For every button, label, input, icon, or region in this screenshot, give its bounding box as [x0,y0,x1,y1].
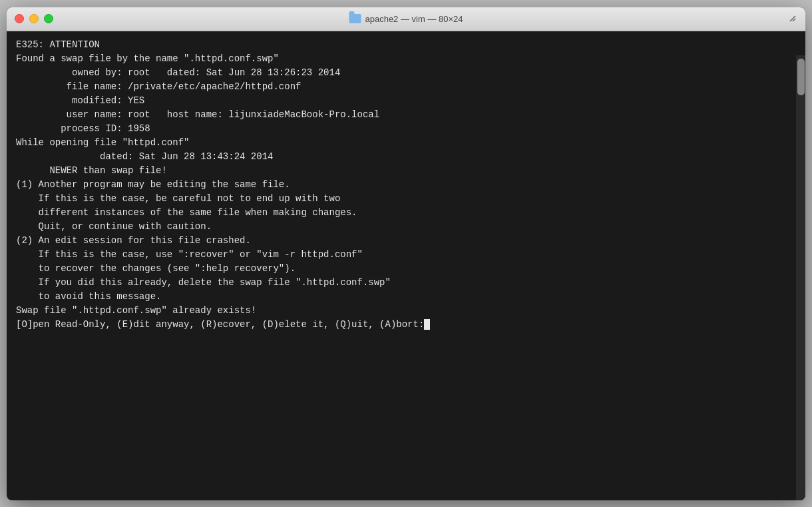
resize-icon[interactable] [788,14,797,23]
terminal-line: to avoid this message. [16,290,792,304]
terminal-line: file name: /private/etc/apache2/httpd.co… [16,80,792,94]
terminal-line: If this is the case, use ":recover" or "… [16,248,792,262]
terminal-line: Quit, or continue with caution. [16,220,792,234]
terminal-line: different instances of the same file whe… [16,206,792,220]
terminal-line: to recover the changes (see ":help recov… [16,262,792,276]
scrollbar-track[interactable] [796,55,805,500]
minimize-button[interactable] [29,14,39,23]
traffic-lights [15,14,53,23]
terminal-line: E325: ATTENTION [16,38,792,52]
terminal-line: [O]pen Read-Only, (E)dit anyway, (R)ecov… [16,318,792,332]
terminal-line: process ID: 1958 [16,122,792,136]
terminal-line: owned by: root dated: Sat Jun 28 13:26:2… [16,66,792,80]
terminal-content: E325: ATTENTIONFound a swap file by the … [16,38,792,332]
window-title: apache2 — vim — 80×24 [349,14,463,24]
terminal-line: NEWER than swap file! [16,164,792,178]
scrollbar-handle[interactable] [797,59,805,95]
terminal-line: Swap file ".httpd.conf.swp" already exis… [16,304,792,318]
terminal-line: user name: root host name: lijunxiadeMac… [16,108,792,122]
terminal-window: apache2 — vim — 80×24 E325: ATTENTIONFou… [7,7,805,500]
terminal-line: dated: Sat Jun 28 13:43:24 2014 [16,150,792,164]
terminal-line: (2) An edit session for this file crashe… [16,234,792,248]
maximize-button[interactable] [44,14,53,23]
terminal-line: Found a swap file by the name ".httpd.co… [16,52,792,66]
terminal-line: If you did this already, delete the swap… [16,276,792,290]
terminal-line: While opening file "httpd.conf" [16,136,792,150]
terminal-line: If this is the case, be careful not to e… [16,192,792,206]
terminal-cursor [424,319,430,330]
title-label: apache2 — vim — 80×24 [365,14,463,24]
terminal-line: modified: YES [16,94,792,108]
folder-icon [349,14,361,23]
titlebar: apache2 — vim — 80×24 [7,7,805,31]
close-button[interactable] [15,14,24,23]
terminal-line: (1) Another program may be editing the s… [16,178,792,192]
terminal-body[interactable]: E325: ATTENTIONFound a swap file by the … [7,31,805,338]
